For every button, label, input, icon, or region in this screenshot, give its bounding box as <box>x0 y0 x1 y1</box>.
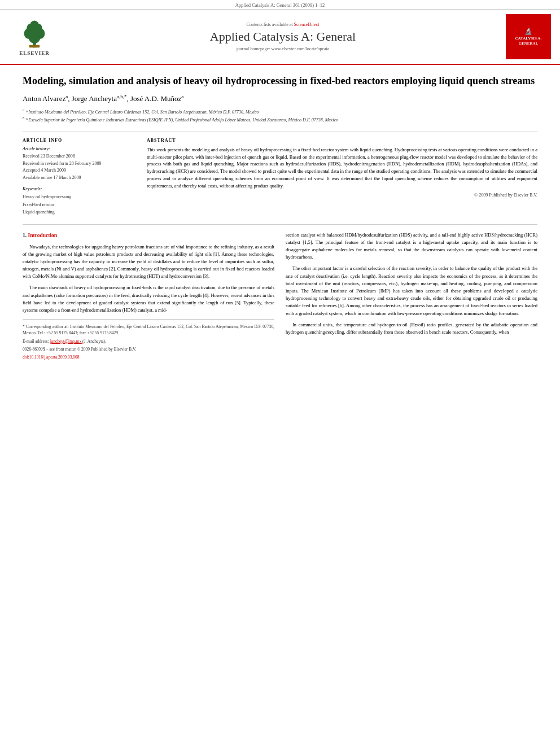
article-info-heading: ARTICLE INFO <box>23 138 135 143</box>
keywords-label: Keywords: <box>23 186 135 191</box>
keyword-1: Heavy oil hydroprocessing <box>23 193 135 201</box>
footnote-corresponding: * Corresponding author at: Instituto Mex… <box>23 324 274 337</box>
author-sup-a2: a <box>181 94 183 99</box>
section-num: 1. <box>23 233 27 238</box>
abstract-heading: ABSTRACT <box>147 138 537 143</box>
contents-link: Contents lists available at ScienceDirec… <box>60 22 506 27</box>
right-para-2: The other important factor is a careful … <box>286 265 537 317</box>
author-sup-a: a <box>65 94 68 99</box>
section-divider <box>23 224 537 225</box>
abstract-text: This work presents the modeling and anal… <box>147 146 537 190</box>
article-info-panel: ARTICLE INFO Article history: Received 2… <box>23 138 135 216</box>
elsevier-label: ELSEVIER <box>19 50 50 56</box>
body-right-column: section catalyst with balanced HDM/hydro… <box>286 231 537 362</box>
doi-link[interactable]: doi:10.1016/j.apcata.2009.03.008 <box>23 355 80 360</box>
introduction-heading: 1. Introduction <box>23 231 274 240</box>
affiliations: a ᵃ Instituto Mexicano del Petróleo, Eje… <box>23 107 537 124</box>
svg-point-6 <box>30 20 40 30</box>
accepted-date: Accepted 4 March 2009 <box>23 167 135 174</box>
keyword-2: Fixed-bed reactor <box>23 201 135 209</box>
elsevier-logo: ELSEVIER <box>9 18 60 56</box>
journal-title: Applied Catalysis A: General <box>60 29 506 44</box>
journal-header: ELSEVIER Contents lists available at Sci… <box>0 10 560 65</box>
journal-homepage: journal homepage: www.elsevier.com/locat… <box>60 46 506 51</box>
keywords-section: Keywords: Heavy oil hydroprocessing Fixe… <box>23 186 135 216</box>
revised-date: Received in revised form 28 February 200… <box>23 160 135 168</box>
body-left-column: 1. Introduction Nowadays, the technologi… <box>23 231 274 362</box>
keyword-3: Liquid quenching <box>23 208 135 216</box>
catalysis-logo: 🔬 CATALYSIS A: GENERAL <box>506 14 551 59</box>
article-history: Article history: Received 23 December 20… <box>23 146 135 182</box>
author-sup-ab: a,b,* <box>117 94 127 99</box>
intro-para-2: The main drawback of heavy oil hydroproc… <box>23 284 274 314</box>
top-bar: Applied Catalysis A: General 361 (2009) … <box>0 0 560 10</box>
right-para-3: In commercial units, the temperature and… <box>286 321 537 336</box>
article-container: Modeling, simulation and analysis of hea… <box>0 65 560 371</box>
history-label: Article history: <box>23 146 135 151</box>
footnote-email: E-mail address: jancheyt@imp.mx (J. Anch… <box>23 338 274 344</box>
affiliation-b: b ᵇ Escuela Superior de Ingeniería Quími… <box>23 115 537 124</box>
footnote-issn: 0926-860X/$ – see front matter © 2009 Pu… <box>23 346 274 352</box>
journal-center: Contents lists available at ScienceDirec… <box>60 22 506 51</box>
email-link[interactable]: jancheyt@imp.mx <box>50 339 82 344</box>
article-body: 1. Introduction Nowadays, the technologi… <box>23 231 537 362</box>
received-date: Received 23 December 2008 <box>23 153 135 160</box>
section-title-text: Introduction <box>28 233 58 238</box>
abstract-section: ABSTRACT This work presents the modeling… <box>147 138 537 216</box>
right-para-1: section catalyst with balanced HDM/hydro… <box>286 231 537 261</box>
online-date: Available online 17 March 2009 <box>23 174 135 182</box>
sciencedirect-link[interactable]: ScienceDirect <box>294 22 320 27</box>
authors: Anton Alvareza, Jorge Ancheytaa,b,*, Jos… <box>23 94 537 103</box>
journal-citation: Applied Catalysis A: General 361 (2009) … <box>235 2 325 8</box>
abstract-copyright: © 2009 Published by Elsevier B.V. <box>147 193 537 198</box>
info-columns: ARTICLE INFO Article history: Received 2… <box>23 132 537 216</box>
svg-rect-7 <box>29 45 40 47</box>
elsevier-tree-icon <box>18 18 51 49</box>
footnote-area: * Corresponding author at: Instituto Mex… <box>23 320 274 360</box>
intro-para-1: Nowadays, the technologies for upgrading… <box>23 243 274 281</box>
article-title: Modeling, simulation and analysis of hea… <box>23 74 537 88</box>
affiliation-a: a ᵃ Instituto Mexicano del Petróleo, Eje… <box>23 107 537 116</box>
footnote-doi: doi:10.1016/j.apcata.2009.03.008 <box>23 354 274 360</box>
